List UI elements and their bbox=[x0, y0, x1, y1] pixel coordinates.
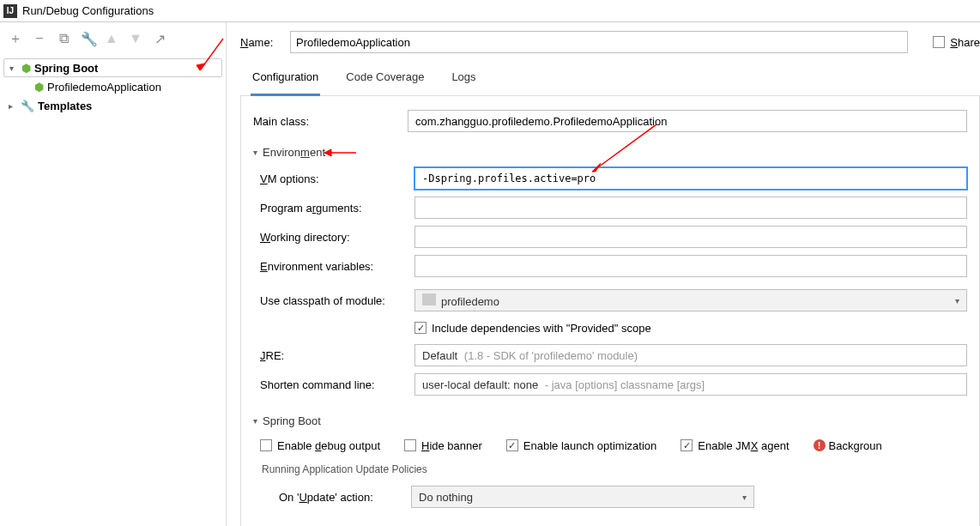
section-label: Spring Boot bbox=[263, 414, 321, 427]
debug-checkbox[interactable]: Enable debug output bbox=[260, 432, 380, 458]
configuration-panel: Main class: ▾ Environment VM options: Pr… bbox=[240, 96, 980, 526]
update-action-combo[interactable]: Do nothing ▾ bbox=[411, 486, 754, 508]
main-class-label: Main class: bbox=[253, 115, 408, 128]
module-icon bbox=[422, 293, 436, 305]
name-input[interactable] bbox=[290, 31, 908, 53]
content-panel: Name: Share Configuration Code Coverage … bbox=[227, 22, 980, 526]
add-icon[interactable]: ＋ bbox=[9, 30, 22, 48]
spring-boot-header[interactable]: ▾ Spring Boot bbox=[253, 414, 967, 427]
vm-options-label: VM options: bbox=[260, 172, 414, 185]
jre-combo[interactable]: Default (1.8 - SDK of 'profiledemo' modu… bbox=[414, 344, 967, 366]
chevron-down-icon: ▾ bbox=[253, 416, 257, 426]
working-dir-label: Working directory: bbox=[260, 231, 414, 244]
section-label: Environment bbox=[263, 146, 325, 159]
tree-label: ProfiledemoApplication bbox=[47, 81, 161, 94]
hide-banner-label: Hide banner bbox=[421, 439, 482, 452]
update-action-value: Do nothing bbox=[419, 491, 473, 504]
shorten-combo[interactable]: user-local default: none - java [options… bbox=[414, 373, 967, 396]
environment-header[interactable]: ▾ Environment bbox=[253, 146, 967, 159]
down-icon[interactable]: ▼ bbox=[129, 31, 142, 46]
include-deps-checkbox[interactable]: Include dependencies with "Provided" sco… bbox=[253, 315, 967, 341]
checkbox-icon bbox=[260, 439, 272, 451]
shorten-value: user-local default: none bbox=[422, 378, 538, 391]
app-icon: IJ bbox=[3, 4, 17, 18]
vm-options-input[interactable] bbox=[414, 167, 967, 190]
chevron-right-icon: ▸ bbox=[9, 101, 21, 111]
share-label: Share bbox=[950, 36, 980, 49]
policies-header: Running Application Update Policies bbox=[262, 463, 967, 475]
chevron-down-icon: ▾ bbox=[253, 148, 257, 157]
config-tree: ▾ ⬢ Spring Boot ⬢ ProfiledemoApplication… bbox=[0, 55, 226, 118]
update-action-label: On 'Update' action: bbox=[279, 491, 411, 504]
sidebar-toolbar: ＋ − ⧉ 🔧 ▲ ▼ ↗ bbox=[0, 22, 226, 55]
warning-icon: ! bbox=[814, 439, 826, 451]
up-icon[interactable]: ▲ bbox=[105, 31, 118, 46]
classpath-combo[interactable]: profiledemo ▾ bbox=[414, 289, 967, 311]
background-label: Backgroun bbox=[829, 439, 882, 452]
sidebar: ＋ − ⧉ 🔧 ▲ ▼ ↗ ▾ ⬢ Spring Boot ⬢ Profiled… bbox=[0, 22, 227, 526]
jre-label: JRE: bbox=[260, 349, 414, 362]
tree-label: Spring Boot bbox=[34, 62, 98, 75]
copy-icon[interactable]: ⧉ bbox=[57, 31, 70, 46]
launch-opt-checkbox[interactable]: Enable launch optimization bbox=[506, 432, 656, 458]
tab-configuration[interactable]: Configuration bbox=[251, 62, 320, 96]
env-vars-input[interactable] bbox=[414, 255, 967, 277]
jmx-label: Enable JMX agent bbox=[698, 439, 789, 452]
tree-label: Templates bbox=[38, 100, 92, 112]
titlebar: IJ Run/Debug Configurations bbox=[0, 0, 980, 22]
env-vars-label: Environment variables: bbox=[260, 260, 414, 273]
share-checkbox[interactable]: Share bbox=[933, 36, 980, 49]
tab-logs[interactable]: Logs bbox=[450, 62, 477, 95]
program-args-input[interactable] bbox=[414, 196, 967, 219]
tree-node-spring-boot[interactable]: ▾ ⬢ Spring Boot bbox=[3, 58, 222, 77]
working-dir-input[interactable] bbox=[414, 226, 967, 248]
jre-hint: (1.8 - SDK of 'profiledemo' module) bbox=[464, 349, 638, 362]
shorten-label: Shorten command line: bbox=[260, 378, 414, 391]
tabs: Configuration Code Coverage Logs bbox=[240, 62, 980, 96]
chevron-down-icon: ▾ bbox=[9, 63, 21, 73]
program-args-label: Program arguments: bbox=[260, 202, 414, 215]
chevron-down-icon: ▾ bbox=[742, 493, 747, 502]
wrench-icon: 🔧 bbox=[21, 100, 34, 112]
checkbox-icon bbox=[681, 439, 693, 451]
checkbox-icon bbox=[414, 322, 426, 334]
tree-node-profiledemo[interactable]: ⬢ ProfiledemoApplication bbox=[3, 77, 222, 96]
classpath-value: profiledemo bbox=[441, 295, 499, 308]
jmx-checkbox[interactable]: Enable JMX agent bbox=[681, 432, 789, 458]
hide-banner-checkbox[interactable]: Hide banner bbox=[404, 432, 482, 458]
debug-label: Enable debug output bbox=[277, 439, 380, 452]
checkbox-icon bbox=[404, 439, 416, 451]
expand-icon[interactable]: ↗ bbox=[153, 31, 166, 47]
launch-opt-label: Enable launch optimization bbox=[523, 439, 656, 452]
checkbox-icon bbox=[933, 36, 945, 48]
chevron-down-icon: ▾ bbox=[955, 296, 959, 305]
main-class-input[interactable] bbox=[408, 110, 967, 132]
include-deps-label: Include dependencies with "Provided" sco… bbox=[432, 322, 651, 335]
spring-icon: ⬢ bbox=[21, 62, 31, 75]
jre-value: Default bbox=[422, 349, 457, 362]
spring-icon: ⬢ bbox=[34, 81, 44, 94]
tree-node-templates[interactable]: ▸ 🔧 Templates bbox=[3, 96, 222, 115]
shorten-hint: - java [options] classname [args] bbox=[545, 378, 705, 391]
settings-icon[interactable]: 🔧 bbox=[81, 31, 94, 47]
checkbox-icon bbox=[506, 439, 518, 451]
tab-code-coverage[interactable]: Code Coverage bbox=[344, 62, 426, 95]
name-label: Name: bbox=[240, 36, 280, 49]
window-title: Run/Debug Configurations bbox=[22, 4, 154, 17]
classpath-label: Use classpath of module: bbox=[260, 294, 414, 307]
remove-icon[interactable]: − bbox=[33, 31, 46, 46]
